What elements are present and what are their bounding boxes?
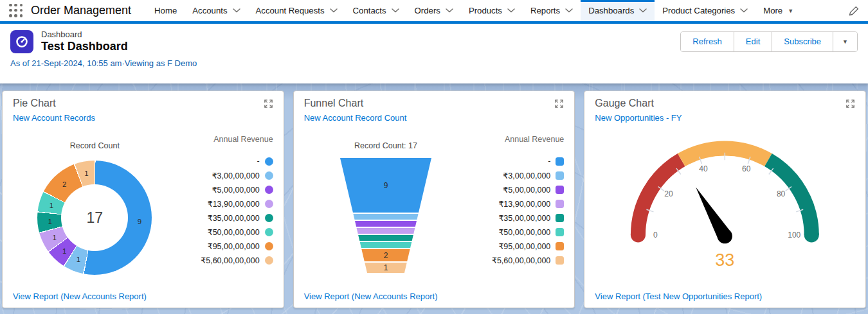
gauge-tick-label: 20 (665, 189, 674, 198)
caret-down-icon: ▼ (788, 8, 793, 14)
legend-swatch (556, 157, 564, 166)
legend-item: ₹5,60,00,00,000 (492, 253, 564, 267)
legend-item: ₹13,90,00,000 (208, 196, 273, 211)
gauge-band (638, 160, 682, 235)
expand-icon[interactable] (845, 99, 855, 111)
gauge-tick-label: 100 (788, 231, 801, 240)
chevron-down-icon (392, 8, 399, 13)
legend-label: ₹13,90,00,000 (208, 199, 260, 209)
legend-swatch (556, 242, 564, 250)
tab-account-requests[interactable]: Account Requests (248, 0, 345, 21)
tab-label: Product Categories (662, 6, 735, 15)
tab-label: Reports (530, 6, 560, 15)
legend-item: ₹35,00,00,000 (498, 211, 564, 225)
app-launcher-icon[interactable] (9, 4, 23, 18)
chevron-down-icon (639, 8, 647, 13)
pie-donut[interactable]: 17 91111121 (37, 161, 152, 275)
tab-dashboards[interactable]: Dashboards (581, 0, 655, 21)
card-title: Pie Chart (13, 98, 56, 109)
tab-accounts[interactable]: Accounts (185, 0, 248, 21)
funnel-segment (340, 214, 431, 220)
legend-swatch (265, 214, 273, 222)
gauge-tick-label: 60 (742, 164, 751, 173)
edit-button[interactable]: Edit (734, 32, 772, 51)
funnel-segment: 1 (340, 263, 431, 273)
legend-item: - (257, 154, 273, 168)
expand-icon[interactable] (554, 99, 564, 111)
funnel-chart[interactable]: 921 (340, 158, 431, 273)
gauge-band-cap (631, 227, 646, 242)
legend-item: ₹50,00,00,000 (208, 225, 273, 239)
legend-swatch (265, 228, 273, 236)
gauge-needle (696, 187, 732, 240)
gauge-tick-label: 0 (653, 231, 658, 240)
chart-title: Record Count: 17 (354, 141, 417, 150)
legend-item: ₹5,00,00,000 (503, 182, 564, 196)
legend-label: ₹35,00,00,000 (208, 213, 260, 223)
tab-orders[interactable]: Orders (407, 0, 461, 21)
tab-product-categories[interactable]: Product Categories (655, 0, 755, 21)
pie-slice-label: 9 (138, 218, 141, 225)
view-report-link[interactable]: View Report (New Accounts Report) (304, 286, 565, 301)
report-source-link[interactable]: New Account Record Count (304, 113, 565, 126)
legend-label: ₹35,00,00,000 (498, 213, 550, 223)
pie-slice-label: 1 (48, 218, 51, 225)
pie-slice-label: 1 (62, 247, 66, 255)
funnel-segment (340, 235, 431, 241)
tab-products[interactable]: Products (461, 0, 523, 21)
report-source-link[interactable]: New Opportunities - FY (595, 113, 855, 126)
more-actions-button[interactable]: ▼ (833, 32, 857, 51)
tab-more[interactable]: More▼ (755, 0, 801, 21)
legend-swatch (556, 200, 564, 208)
app-name: Order Management (31, 4, 131, 17)
legend-label: ₹13,90,00,000 (498, 199, 550, 209)
header-actions: Refresh Edit Subscribe ▼ (680, 31, 858, 52)
page-title: Test Dashboard (41, 40, 128, 53)
gauge-chart-card: Gauge Chart New Opportunities - FY 02040… (584, 91, 866, 308)
legend-title: Annual Revenue (213, 135, 273, 150)
dashboard-canvas: Pie Chart New Account Records Record Cou… (0, 83, 868, 314)
funnel-legend: Annual Revenue -₹3,00,00,000₹5,00,00,000… (467, 126, 564, 286)
tab-label: More (763, 6, 782, 15)
legend-label: ₹5,00,00,000 (503, 185, 550, 195)
dashboard-entity-icon (10, 30, 33, 53)
report-source-link[interactable]: New Account Records (13, 113, 273, 126)
tab-label: Orders (415, 6, 440, 15)
legend-swatch (265, 157, 273, 166)
legend-swatch (556, 256, 564, 265)
subscribe-button[interactable]: Subscribe (772, 32, 833, 51)
pie-slice-label: 1 (50, 202, 53, 209)
gauge-chart[interactable]: 02040608010033 (595, 131, 855, 274)
gauge-band-cap (804, 227, 819, 242)
funnel-segment: 9 (340, 158, 431, 213)
legend-item: ₹95,00,00,000 (498, 239, 564, 253)
global-nav: Order Management HomeAccountsAccount Req… (0, 0, 868, 21)
legend-item: ₹13,90,00,000 (498, 196, 564, 211)
tab-label: Accounts (192, 6, 227, 15)
tab-contacts[interactable]: Contacts (345, 0, 407, 21)
tab-home[interactable]: Home (147, 0, 185, 21)
tab-label: Contacts (353, 6, 386, 15)
gauge-tick-label: 40 (700, 164, 709, 173)
legend-item: - (548, 154, 564, 168)
legend-item: ₹3,00,00,000 (212, 168, 273, 182)
pie-slice-label: 1 (77, 256, 80, 263)
funnel-segment (340, 242, 431, 248)
entity-label: Dashboard (41, 30, 128, 39)
view-report-link[interactable]: View Report (New Accounts Report) (13, 286, 273, 301)
pencil-icon[interactable] (849, 6, 859, 16)
legend-label: ₹50,00,00,000 (208, 227, 260, 237)
view-report-link[interactable]: View Report (Test New Opportunities Repo… (595, 286, 855, 301)
refresh-button[interactable]: Refresh (681, 32, 734, 51)
tab-label: Account Requests (256, 6, 325, 15)
tab-reports[interactable]: Reports (523, 0, 581, 21)
card-title: Funnel Chart (304, 98, 364, 109)
dashboard-header: Dashboard Test Dashboard Refresh Edit Su… (0, 24, 868, 83)
pie-slice-label: 1 (52, 234, 56, 241)
legend-label: - (548, 157, 550, 166)
legend-label: ₹95,00,00,000 (208, 241, 260, 251)
legend-label: - (257, 157, 259, 166)
funnel-segment (340, 228, 431, 234)
gauge-glyph-icon (15, 35, 29, 49)
expand-icon[interactable] (264, 99, 273, 111)
